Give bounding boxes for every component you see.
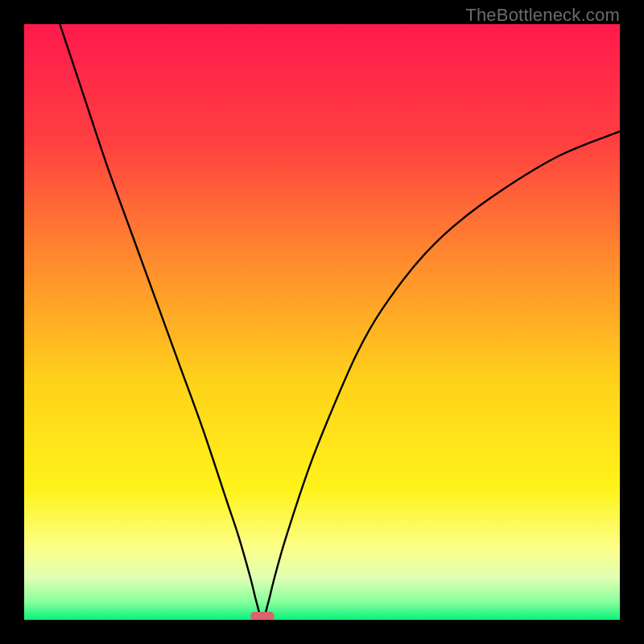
minimum-marker xyxy=(250,612,275,620)
plot-svg xyxy=(24,24,620,620)
watermark-text: TheBottleneck.com xyxy=(465,5,620,26)
plot-area xyxy=(24,24,620,620)
gradient-background xyxy=(24,24,620,620)
chart-frame: TheBottleneck.com xyxy=(0,0,644,644)
